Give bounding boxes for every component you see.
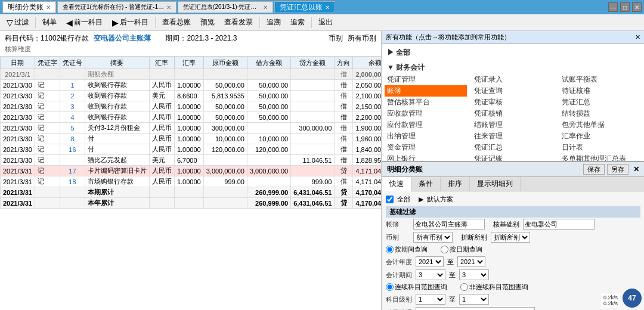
tree-item-exchange[interactable]: 汇率作业 <box>559 131 642 142</box>
tree-item-voucher-cancel[interactable]: 凭证核销 <box>472 108 554 119</box>
base-currency-input[interactable] <box>523 219 595 230</box>
tab-mingxi[interactable]: 明细分类账 ✕ <box>2 1 56 13</box>
save-button[interactable]: 保存 <box>583 164 605 175</box>
save-as-button[interactable]: 另存 <box>607 164 628 175</box>
account-book-input[interactable] <box>413 219 485 230</box>
currency-select[interactable]: 所有币别 <box>413 232 453 243</box>
cell-debit: 50,000.00 <box>247 112 290 123</box>
tree-item-voucher-post[interactable]: 凭证记账 <box>472 153 554 162</box>
period-end-select[interactable]: 3 <box>459 269 489 280</box>
tree-item-voucher-entry[interactable]: 凭证录入 <box>472 74 554 85</box>
tab-mingxi-close[interactable]: ✕ <box>46 4 51 11</box>
cell-num[interactable]: 4 <box>60 112 85 123</box>
tree-item-trial-balance[interactable]: 试账平衡表 <box>559 74 642 85</box>
period-row: 会计期间 3 至 3 <box>386 269 640 280</box>
cell-num[interactable]: 2 <box>60 91 85 101</box>
tree-caiwu-label[interactable]: ▼ 财务会计 <box>385 61 642 74</box>
cell-num[interactable]: 5 <box>60 123 85 134</box>
table-row[interactable]: 2021/3/30 记 5 关付3-12月份租金 人民币 1.00000 300… <box>1 123 382 134</box>
tree-item-voucher-check[interactable]: 待证核准 <box>559 85 642 97</box>
exit-button[interactable]: 退出 <box>314 16 337 29</box>
tab-3[interactable]: 凭证汇总表(201/3-1)·凭证汇总... ✕ <box>178 1 273 13</box>
tab-4[interactable]: 凭证汇总以账 ✕ <box>274 1 335 13</box>
traceback-button[interactable]: 追索 <box>286 16 309 29</box>
cell-num[interactable]: 16 <box>60 144 85 155</box>
table-row-summary-year: 2021/3/31 本年累计 260,999.00 6,431,046.51 贷… <box>1 198 382 209</box>
table-row[interactable]: 2021/3/31 记 18 市场购银行存款 人民币 1.00000 999.0… <box>1 176 382 187</box>
tree-all-label[interactable]: ▶ 全部 <box>385 46 642 59</box>
view-invoice-button[interactable]: 查看发票 <box>220 16 257 29</box>
tree-item-voucher-audit[interactable]: 凭证审核 <box>472 97 554 108</box>
continuous-input[interactable] <box>386 283 394 291</box>
year-end-select[interactable]: 2021 <box>457 256 485 267</box>
subject-level-end-select[interactable]: 1 <box>459 294 489 305</box>
table-row[interactable]: 2021/3/30 记 4 收到银行存款 人民币 1.00000 50,000.… <box>1 112 382 123</box>
period-query-radio[interactable]: 按期间查询 <box>386 245 428 254</box>
date-query-input[interactable] <box>441 246 448 253</box>
tab-2[interactable]: 查看凭证1(光标所在行) - 普通凭证-1(201/3-1-科目1002-银行存… <box>57 1 177 13</box>
fold-type-select[interactable]: 折断所别 <box>491 232 530 243</box>
tree-item-ap[interactable]: 应付款管理 <box>385 119 467 131</box>
date-query-radio[interactable]: 按日期查询 <box>441 245 482 254</box>
noncontinuous-input[interactable] <box>460 283 468 291</box>
continuous-subject-radio[interactable]: 连续科目范围查询 <box>386 283 447 292</box>
tree-item-other-docs[interactable]: 包旁其他单据 <box>559 119 642 131</box>
sep4 <box>311 17 312 28</box>
cell-num[interactable]: 1 <box>60 80 85 91</box>
tree-item-ar2[interactable]: 往来管理 <box>472 131 554 142</box>
subject-code-input[interactable] <box>416 307 535 310</box>
tab4-close[interactable]: ✕ <box>325 4 330 11</box>
table-row[interactable]: 2021/3/1 期初余额 借 2,000,000.00 <box>1 69 382 80</box>
tab-condition[interactable]: 条件 <box>411 177 441 191</box>
year-start-select[interactable]: 2021 <box>416 256 444 267</box>
table-row[interactable]: 2021/3/30 记 8 付 人民币 1.00000 10,000.00 10… <box>1 134 382 144</box>
table-row[interactable]: 2021/3/30 记 猫比乙完发起 美元 6.7000 11,046.51 借… <box>1 155 382 166</box>
cell-num[interactable]: 3 <box>60 101 85 112</box>
create-button[interactable]: 制单 <box>38 16 61 29</box>
filter-button[interactable]: ▽ 过滤 <box>2 16 33 29</box>
tree-item-daily[interactable]: 日计表 <box>559 142 642 153</box>
tree-item-voucher-query[interactable]: 凭证查询 <box>472 85 554 97</box>
tab-display[interactable]: 显示明细列 <box>470 177 521 191</box>
subject-level-start-select[interactable]: 1 <box>416 294 445 305</box>
tab2-close[interactable]: ✕ <box>166 4 171 11</box>
noncontinuous-subject-radio[interactable]: 非连续科目范围查询 <box>460 283 528 292</box>
next-subject-button[interactable]: ▶ 后一科目 <box>108 16 153 29</box>
ledger-table-wrap[interactable]: 日期 凭证字 凭证号 摘要 汇率 汇率 原币金额 借方金额 贷方金额 方向 余额 <box>0 57 381 310</box>
table-row[interactable]: 2021/3/31 记 17 卡片编码密算旧卡片 人民币 1.00000 3,0… <box>1 166 382 176</box>
tab-sort[interactable]: 排序 <box>441 177 470 191</box>
tab-quick[interactable]: 快速 <box>382 177 411 191</box>
tree-item-voucher-summary[interactable]: 凭证汇总 <box>472 142 554 153</box>
tree-item-period-close[interactable]: 结账管理 <box>472 119 554 131</box>
tree-item-fund[interactable]: 资金管理 <box>385 142 467 153</box>
function-panel-close[interactable]: ✕ <box>635 33 640 41</box>
tree-item-account[interactable]: 账簿 <box>385 85 467 97</box>
window-close-icon[interactable]: ✕ <box>632 2 642 12</box>
tab3-close[interactable]: ✕ <box>263 4 268 11</box>
table-row[interactable]: 2021/3/30 记 16 付 人民币 1.00000 120,000.00 … <box>1 144 382 155</box>
tree-item-transfer[interactable]: 结转损益 <box>559 108 642 119</box>
window-min-icon[interactable]: — <box>608 2 618 12</box>
cell-num[interactable]: 18 <box>60 176 85 187</box>
period-query-input[interactable] <box>386 246 394 253</box>
table-row[interactable]: 2021/3/30 记 1 收到银行存款 人民币 1.00000 50,000.… <box>1 80 382 91</box>
dialog-close-icon[interactable]: ✕ <box>633 165 639 173</box>
tree-item-voucher-sum2[interactable]: 凭证汇总 <box>559 97 642 108</box>
tree-item-ar[interactable]: 应收款管理 <box>385 108 467 119</box>
table-row[interactable]: 2021/3/30 记 2 收到银行存款 美元 8.6600 5,813.953… <box>1 91 382 101</box>
tree-item-multi-sum[interactable]: 多单期其他理汇总表 <box>559 153 642 162</box>
window-max-icon[interactable]: □ <box>620 2 630 12</box>
table-row[interactable]: 2021/3/30 记 3 收到银行存款 人民币 1.00000 50,000.… <box>1 101 382 112</box>
cell-num[interactable]: 8 <box>60 134 85 144</box>
view-ledger-button[interactable]: 查看总账 <box>158 16 195 29</box>
tree-item-platform[interactable]: 暂估核算平台 <box>385 97 467 108</box>
tree-item-cashier[interactable]: 出纳管理 <box>385 131 467 142</box>
tree-item-voucher-mgmt[interactable]: 凭证管理 <box>385 74 467 85</box>
tree-item-online-bank[interactable]: 网上银行 <box>385 153 467 162</box>
trace-button[interactable]: 追溯 <box>262 16 285 29</box>
period-start-select[interactable]: 3 <box>416 269 445 280</box>
cell-num[interactable]: 17 <box>60 166 85 176</box>
prev-subject-button[interactable]: ◀ 前一科目 <box>62 16 107 29</box>
all-accounts-checkbox[interactable] <box>386 196 394 203</box>
preview-button[interactable]: 预览 <box>196 16 219 29</box>
